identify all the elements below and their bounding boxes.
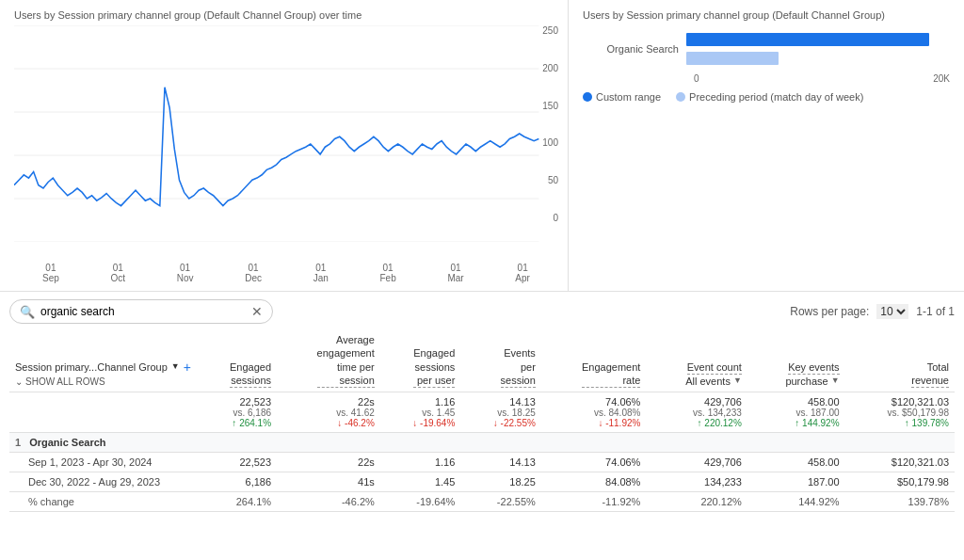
summary-event-count: 429,706 vs. 134,233 ↑ 220.12% xyxy=(646,392,747,433)
chevron-icon: ⌄ xyxy=(15,376,23,388)
search-input[interactable] xyxy=(40,305,251,318)
percent-count: 220.12% xyxy=(646,492,747,512)
dim-header-text: Session primary...Channel Group xyxy=(15,360,168,374)
bar-light xyxy=(686,52,779,65)
summary-dim xyxy=(9,392,198,433)
rows-info: Rows per page: 10 25 50 1-1 of 1 xyxy=(790,304,955,319)
sub-row-2-key: 187.00 xyxy=(747,472,845,492)
legend-dot-dark xyxy=(583,92,592,102)
sub-row-1-label: Sep 1, 2023 - Apr 30, 2024 xyxy=(9,453,198,472)
summary-events-per-sess: 14.13 vs. 18.25 ↓ -22.55% xyxy=(460,392,541,433)
clear-icon[interactable]: ✕ xyxy=(251,304,263,319)
sub-row-2-rate: 84.08% xyxy=(541,472,647,492)
sub-row-1-events: 14.13 xyxy=(460,453,541,472)
bar-x-min: 0 xyxy=(694,73,699,84)
sub-row-2-eng-sess: 1.45 xyxy=(380,472,461,492)
search-row: 🔍 ✕ Rows per page: 10 25 50 1-1 of 1 xyxy=(9,299,955,324)
sub-row-1-eng-sess: 1.16 xyxy=(380,453,461,472)
summary-row: 22,523 vs. 6,186 ↑ 264.1% 22s vs. 41.62 … xyxy=(9,392,955,433)
percent-events: -22.55% xyxy=(460,492,541,512)
legend-label-2: Preceding period (match day of week) xyxy=(689,91,863,103)
col-events-per-sess: Eventspersession xyxy=(460,329,541,392)
percent-revenue: 139.78% xyxy=(845,492,955,512)
sub-row-2-count: 134,233 xyxy=(646,472,747,492)
dim-col-header: Session primary...Channel Group ▼ + ⌄ SH… xyxy=(9,329,198,392)
group-label: Organic Search xyxy=(29,437,105,448)
show-all-rows-label: SHOW ALL ROWS xyxy=(25,376,105,388)
rows-per-page-label: Rows per page: xyxy=(790,305,869,318)
col-avg-eng-time: Averageengagementtime persession xyxy=(277,329,380,392)
percent-eng-sess: -19.64% xyxy=(380,492,461,512)
bar-dark xyxy=(686,33,929,46)
sub-row-1-revenue: $120,321.03 xyxy=(845,453,955,472)
percent-engaged: 264.1% xyxy=(198,492,277,512)
legend-dot-light xyxy=(676,92,685,102)
summary-eng-rate: 74.06% vs. 84.08% ↓ -11.92% xyxy=(541,392,647,433)
col-eng-sess-per-user: Engagedsessionsper user xyxy=(380,329,461,392)
show-all-rows-button[interactable]: ⌄ SHOW ALL ROWS xyxy=(15,376,192,388)
search-box[interactable]: 🔍 ✕ xyxy=(9,299,273,324)
col-key-events: Key events purchase▼ xyxy=(747,329,845,392)
percent-rate: -11.92% xyxy=(541,492,647,512)
sub-row-1-avg: 22s xyxy=(277,453,380,472)
sub-row-1-engaged: 22,523 xyxy=(198,453,277,472)
sub-row-2-revenue: $50,179.98 xyxy=(845,472,955,492)
summary-total-revenue: $120,321.03 vs. $50,179.98 ↑ 139.78% xyxy=(845,392,955,433)
pagination-range: 1-1 of 1 xyxy=(916,305,955,318)
legend-label-1: Custom range xyxy=(596,91,661,103)
add-dimension-button[interactable]: + xyxy=(184,359,191,376)
bar-x-max: 20K xyxy=(933,73,950,84)
search-icon: 🔍 xyxy=(20,305,35,319)
sub-row-1-count: 429,706 xyxy=(646,453,747,472)
summary-engaged-sessions: 22,523 vs. 6,186 ↑ 264.1% xyxy=(198,392,277,433)
col-event-count: Event count All events▼ xyxy=(646,329,747,392)
sub-row-1: Sep 1, 2023 - Apr 30, 2024 22,523 22s 1.… xyxy=(9,453,955,472)
sub-row-1-rate: 74.06% xyxy=(541,453,647,472)
group-row-1: 1 Organic Search xyxy=(9,433,955,453)
rows-per-page-select[interactable]: 10 25 50 xyxy=(876,304,908,319)
summary-key-events: 458.00 vs. 187.00 ↑ 144.92% xyxy=(747,392,845,433)
percent-label: % change xyxy=(9,492,198,512)
summary-eng-sess-per-user: 1.16 vs. 1.45 ↓ -19.64% xyxy=(380,392,461,433)
col-total-revenue: Totalrevenue xyxy=(845,329,955,392)
summary-avg-eng-time: 22s vs. 41.62 ↓ -46.2% xyxy=(277,392,380,433)
group-dim: 1 Organic Search xyxy=(9,433,955,453)
bar-chart-title: Users by Session primary channel group (… xyxy=(583,9,950,21)
sort-icon[interactable]: ▼ xyxy=(171,361,180,373)
col-eng-rate: Engagementrate xyxy=(541,329,647,392)
sub-row-2-engaged: 6,186 xyxy=(198,472,277,492)
line-chart-svg xyxy=(14,25,558,242)
sub-row-2-avg: 41s xyxy=(277,472,380,492)
bar-container xyxy=(686,30,950,68)
percent-row: % change 264.1% -46.2% -19.64% -22.55% -… xyxy=(9,492,955,512)
y-axis-labels: 250200150100500 xyxy=(530,25,558,223)
percent-avg: -46.2% xyxy=(277,492,380,512)
col-engaged-sessions: Engagedsessions xyxy=(198,329,277,392)
sub-row-1-key: 458.00 xyxy=(747,453,845,472)
x-axis-labels: 01Sep 01Oct 01Nov 01Dec 01Jan 01Feb 01Ma… xyxy=(14,261,558,283)
line-chart-title: Users by Session primary channel group (… xyxy=(14,9,558,21)
bar-label: Organic Search xyxy=(583,43,686,55)
percent-key: 144.92% xyxy=(747,492,845,512)
sub-row-2: Dec 30, 2022 - Aug 29, 2023 6,186 41s 1.… xyxy=(9,472,955,492)
data-table: Session primary...Channel Group ▼ + ⌄ SH… xyxy=(9,329,955,512)
sub-row-2-label: Dec 30, 2022 - Aug 29, 2023 xyxy=(9,472,198,492)
bar-chart-area: Organic Search 0 20K xyxy=(583,30,950,84)
sub-row-2-events: 18.25 xyxy=(460,472,541,492)
legend: Custom range Preceding period (match day… xyxy=(583,91,950,103)
